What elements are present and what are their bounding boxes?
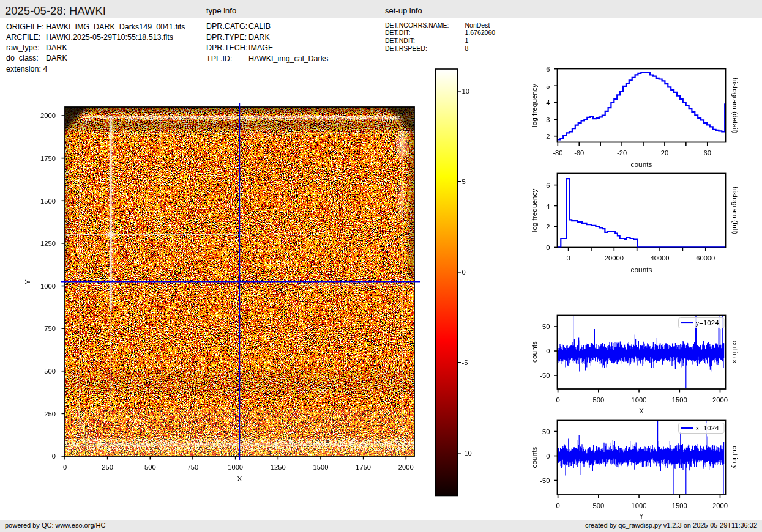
svg-text:2: 2 bbox=[546, 133, 550, 140]
svg-text:40000: 40000 bbox=[650, 254, 669, 262]
svg-text:2: 2 bbox=[546, 223, 550, 231]
svg-text:60: 60 bbox=[704, 149, 711, 157]
svg-text:1750: 1750 bbox=[356, 464, 371, 471]
svg-text:counts: counts bbox=[530, 447, 539, 468]
svg-text:counts: counts bbox=[631, 160, 652, 169]
svg-text:0: 0 bbox=[462, 268, 466, 276]
svg-text:log frequency: log frequency bbox=[530, 188, 539, 232]
svg-text:1000: 1000 bbox=[228, 464, 243, 471]
svg-text:2000: 2000 bbox=[40, 112, 56, 119]
svg-text:0: 0 bbox=[546, 453, 550, 460]
svg-text:50: 50 bbox=[542, 428, 550, 435]
svg-text:-5: -5 bbox=[462, 359, 468, 366]
svg-text:1500: 1500 bbox=[672, 502, 687, 509]
svg-text:500: 500 bbox=[592, 396, 604, 404]
svg-text:5: 5 bbox=[462, 178, 466, 185]
svg-text:X: X bbox=[237, 475, 242, 483]
svg-text:1500: 1500 bbox=[313, 464, 329, 471]
svg-text:500: 500 bbox=[44, 368, 56, 375]
svg-text:250: 250 bbox=[44, 410, 56, 418]
svg-text:-80: -80 bbox=[553, 149, 562, 157]
svg-text:2000: 2000 bbox=[712, 502, 728, 509]
svg-text:0: 0 bbox=[63, 464, 67, 471]
svg-text:20000: 20000 bbox=[605, 254, 624, 262]
svg-text:1500: 1500 bbox=[672, 396, 687, 404]
svg-text:0: 0 bbox=[546, 347, 550, 355]
svg-text:Y: Y bbox=[639, 512, 644, 520]
svg-text:4: 4 bbox=[546, 202, 550, 210]
svg-text:2000: 2000 bbox=[712, 396, 728, 404]
svg-text:histogram (full): histogram (full) bbox=[731, 187, 739, 234]
svg-text:60000: 60000 bbox=[696, 254, 715, 262]
svg-text:X: X bbox=[639, 407, 644, 415]
svg-text:0: 0 bbox=[556, 396, 559, 404]
svg-text:-10: -10 bbox=[462, 449, 472, 457]
svg-text:1000: 1000 bbox=[632, 502, 647, 509]
svg-text:1500: 1500 bbox=[40, 198, 56, 205]
svg-text:6: 6 bbox=[546, 65, 550, 73]
svg-text:0: 0 bbox=[52, 453, 56, 460]
svg-text:0: 0 bbox=[556, 502, 559, 509]
svg-text:1000: 1000 bbox=[632, 396, 647, 404]
svg-text:500: 500 bbox=[144, 464, 156, 471]
svg-text:histogram (detail): histogram (detail) bbox=[731, 78, 739, 133]
svg-text:6: 6 bbox=[546, 182, 550, 189]
svg-text:counts: counts bbox=[530, 341, 539, 363]
svg-text:Y: Y bbox=[23, 279, 32, 284]
svg-text:1250: 1250 bbox=[40, 240, 56, 247]
svg-text:750: 750 bbox=[44, 325, 56, 332]
svg-text:1250: 1250 bbox=[271, 464, 286, 471]
svg-text:10: 10 bbox=[462, 87, 469, 95]
svg-text:cut in x: cut in x bbox=[731, 341, 739, 363]
svg-text:3: 3 bbox=[546, 116, 550, 124]
svg-text:20: 20 bbox=[661, 149, 668, 157]
svg-text:0: 0 bbox=[546, 244, 550, 251]
svg-text:0: 0 bbox=[566, 254, 570, 262]
svg-text:1750: 1750 bbox=[40, 155, 56, 162]
svg-text:250: 250 bbox=[102, 464, 113, 471]
svg-text:x=1024: x=1024 bbox=[696, 424, 720, 432]
svg-text:-50: -50 bbox=[540, 372, 550, 379]
svg-text:750: 750 bbox=[187, 464, 199, 471]
svg-text:2000: 2000 bbox=[398, 464, 414, 471]
svg-text:5: 5 bbox=[546, 83, 550, 90]
svg-text:1000: 1000 bbox=[40, 283, 56, 290]
svg-text:counts: counts bbox=[631, 265, 652, 274]
svg-text:50: 50 bbox=[542, 323, 550, 330]
svg-text:-20: -20 bbox=[617, 149, 627, 157]
svg-text:log frequency: log frequency bbox=[530, 84, 539, 127]
svg-text:500: 500 bbox=[592, 502, 604, 509]
svg-text:-60: -60 bbox=[574, 149, 584, 157]
svg-text:cut in y: cut in y bbox=[731, 446, 739, 468]
svg-text:y=1024: y=1024 bbox=[696, 319, 720, 327]
svg-text:-50: -50 bbox=[540, 477, 550, 484]
svg-text:4: 4 bbox=[546, 99, 550, 106]
